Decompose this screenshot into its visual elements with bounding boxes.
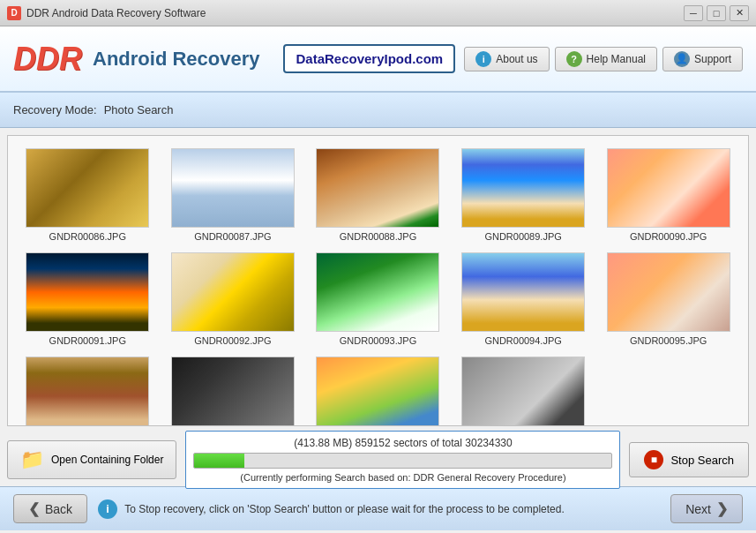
- photo-item[interactable]: GNDR00086.JPG: [15, 143, 161, 247]
- photo-item[interactable]: GNDR00087.JPG: [161, 143, 306, 247]
- photo-item[interactable]: GNDR00090.JPG: [595, 143, 741, 247]
- logo-ddr: DDR: [13, 41, 82, 78]
- logo-title: Android Recovery: [93, 48, 260, 71]
- photo-item[interactable]: GNDR00092.JPG: [161, 247, 306, 351]
- photo-thumbnail: [26, 148, 149, 228]
- next-button[interactable]: Next ❯: [670, 494, 743, 523]
- minimize-button[interactable]: ─: [684, 5, 703, 21]
- window-controls: ─ □ ✕: [684, 5, 749, 21]
- mode-value: Photo Search: [104, 103, 174, 116]
- photo-thumbnail: [316, 357, 439, 425]
- photo-filename: GNDR00093.JPG: [340, 335, 416, 346]
- photo-grid: GNDR00086.JPGGNDR00087.JPGGNDR00088.JPGG…: [8, 136, 748, 425]
- photo-thumbnail: [171, 357, 295, 425]
- photo-item[interactable]: GNDR00097.JPG: [161, 351, 306, 425]
- toolbar: Recovery Mode: Photo Search: [0, 93, 756, 128]
- photo-thumbnail: [316, 148, 439, 228]
- photo-thumbnail: [316, 252, 439, 332]
- status-area: 📁 Open Containing Folder (413.88 MB) 859…: [7, 433, 749, 486]
- header: DDR Android Recovery DataRecoveryIpod.co…: [0, 26, 756, 93]
- back-arrow-icon: ❮: [28, 500, 40, 517]
- app-icon: D: [7, 6, 21, 20]
- photo-thumbnail: [171, 148, 295, 228]
- photo-item[interactable]: GNDR00096.JPG: [15, 351, 161, 425]
- support-button[interactable]: 👤 Support: [662, 47, 743, 71]
- photo-thumbnail: [171, 252, 295, 332]
- about-us-button[interactable]: i About us: [464, 47, 549, 71]
- footer-message: i To Stop recovery, click on 'Stop Searc…: [98, 499, 660, 519]
- photo-grid-container: GNDR00086.JPGGNDR00087.JPGGNDR00088.JPGG…: [7, 135, 749, 426]
- open-containing-folder-button[interactable]: 📁 Open Containing Folder: [7, 440, 176, 479]
- photo-thumbnail: [607, 252, 730, 332]
- photo-thumbnail: [461, 148, 585, 228]
- title-bar: D DDR Android Data Recovery Software ─ □…: [0, 0, 756, 26]
- mode-label: Recovery Mode:: [13, 103, 97, 116]
- close-button[interactable]: ✕: [730, 5, 749, 21]
- progress-bar: [193, 453, 612, 469]
- photo-item[interactable]: GNDR00099.JPG: [451, 351, 596, 425]
- photo-thumbnail: [26, 252, 149, 332]
- website-badge: DataRecoveryIpod.com: [283, 44, 455, 73]
- photo-filename: GNDR00090.JPG: [630, 231, 707, 242]
- photo-thumbnail: [461, 252, 585, 332]
- photo-item[interactable]: GNDR00089.JPG: [451, 143, 596, 247]
- photo-item[interactable]: GNDR00091.JPG: [15, 247, 161, 351]
- photo-item[interactable]: GNDR00093.JPG: [305, 247, 451, 351]
- photo-item[interactable]: GNDR00094.JPG: [451, 247, 596, 351]
- progress-sub: (Currently performing Search based on: D…: [193, 472, 612, 483]
- help-icon: ?: [566, 51, 582, 67]
- photo-thumbnail: [26, 357, 149, 425]
- photo-filename: GNDR00092.JPG: [194, 335, 271, 346]
- footer-info-icon: i: [98, 499, 117, 519]
- stop-icon: ■: [644, 450, 663, 469]
- folder-icon: 📁: [20, 448, 44, 471]
- photo-filename: GNDR00086.JPG: [49, 231, 126, 242]
- logo-area: DDR Android Recovery: [13, 41, 283, 78]
- photo-thumbnail: [461, 357, 585, 425]
- app-title: DDR Android Data Recovery Software: [26, 7, 684, 19]
- photo-item[interactable]: GNDR00098.JPG: [305, 351, 451, 425]
- help-manual-button[interactable]: ? Help Manual: [555, 47, 657, 71]
- photo-item[interactable]: GNDR00088.JPG: [305, 143, 451, 247]
- info-icon: i: [475, 51, 491, 67]
- photo-filename: GNDR00088.JPG: [340, 231, 416, 242]
- photo-thumbnail: [607, 148, 730, 228]
- stop-search-button[interactable]: ■ Stop Search: [629, 442, 749, 477]
- photo-filename: GNDR00091.JPG: [49, 335, 126, 346]
- footer: ❮ Back i To Stop recovery, click on 'Sto…: [0, 486, 756, 530]
- photo-item[interactable]: GNDR00095.JPG: [595, 247, 741, 351]
- support-icon: 👤: [674, 51, 690, 67]
- next-arrow-icon: ❯: [716, 500, 728, 517]
- photo-filename: GNDR00095.JPG: [630, 335, 707, 346]
- progress-fill: [194, 454, 244, 468]
- photo-filename: GNDR00094.JPG: [484, 335, 561, 346]
- progress-panel: (413.88 MB) 859152 sectors of total 3023…: [185, 431, 620, 489]
- photo-filename: GNDR00087.JPG: [194, 231, 271, 242]
- maximize-button[interactable]: □: [707, 5, 726, 21]
- progress-text: (413.88 MB) 859152 sectors of total 3023…: [193, 437, 612, 449]
- back-button[interactable]: ❮ Back: [13, 494, 87, 523]
- photo-filename: GNDR00089.JPG: [484, 231, 561, 242]
